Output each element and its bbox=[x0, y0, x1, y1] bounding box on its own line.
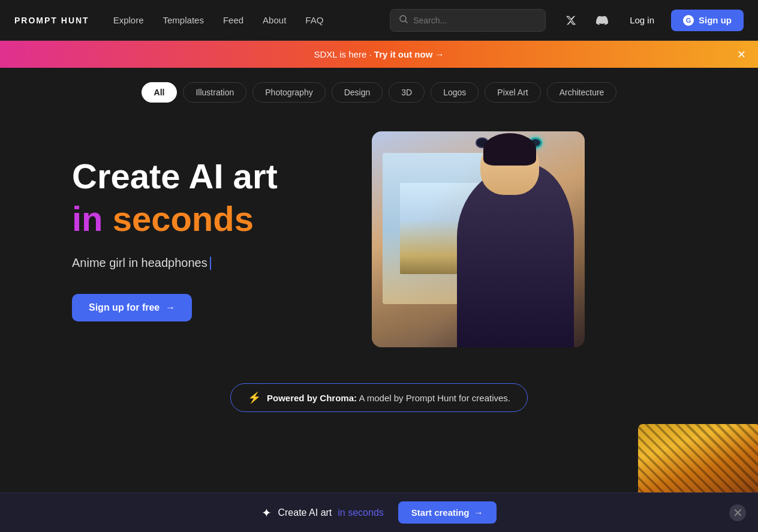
signup-free-button[interactable]: Sign up for free → bbox=[72, 294, 192, 321]
search-icon bbox=[399, 14, 408, 26]
bottom-preview-image bbox=[638, 424, 758, 496]
nav-about[interactable]: About bbox=[263, 15, 286, 25]
hero-title-seconds: seconds bbox=[113, 199, 254, 238]
categories: All Illustration Photography Design 3D L… bbox=[0, 68, 758, 107]
category-pixel-art[interactable]: Pixel Art bbox=[485, 82, 540, 103]
sparkle-icon: ✦ bbox=[261, 506, 272, 520]
bolt-icon: ⚡ bbox=[248, 391, 261, 404]
banner-close-button[interactable]: ✕ bbox=[737, 49, 746, 60]
google-icon: G bbox=[683, 15, 694, 26]
announcement-banner: SDXL is here · Try it out now → ✕ bbox=[0, 41, 758, 68]
powered-by-text: Powered by Chroma: A model by Prompt Hun… bbox=[267, 393, 510, 403]
discord-button[interactable] bbox=[591, 10, 613, 31]
powered-by-badge[interactable]: ⚡ Powered by Chroma: A model by Prompt H… bbox=[230, 383, 528, 412]
nav-explore[interactable]: Explore bbox=[113, 15, 144, 25]
login-button[interactable]: Log in bbox=[622, 10, 661, 30]
category-illustration[interactable]: Illustration bbox=[183, 82, 246, 103]
hero-title-line1: Create AI art bbox=[72, 157, 336, 196]
figure-body bbox=[457, 164, 574, 347]
category-architecture[interactable]: Architecture bbox=[547, 82, 617, 103]
banner-cta[interactable]: Try it out now → bbox=[374, 49, 444, 59]
nav-right: Log in G Sign up bbox=[560, 10, 744, 31]
signup-button[interactable]: G Sign up bbox=[671, 10, 744, 31]
hero-subtitle: Anime girl in headphones bbox=[72, 256, 336, 270]
logo[interactable]: PROMPT HUNT bbox=[14, 16, 89, 25]
start-creating-button[interactable]: Start creating → bbox=[398, 501, 497, 524]
nav-links: Explore Templates Feed About FAQ bbox=[113, 15, 375, 26]
hero-title-in: in bbox=[72, 199, 103, 238]
hero-section: Create AI art in seconds Anime girl in h… bbox=[0, 107, 758, 371]
hero-image bbox=[372, 131, 585, 347]
hero-image-placeholder bbox=[372, 131, 585, 347]
bottom-banner: ✦ Create AI art in seconds Start creatin… bbox=[0, 492, 758, 532]
banner-text: SDXL is here bbox=[314, 49, 366, 59]
search-bar[interactable] bbox=[390, 9, 546, 32]
hero-text: Create AI art in seconds Anime girl in h… bbox=[72, 157, 336, 321]
hero-title-line2: in seconds bbox=[72, 198, 336, 240]
category-design[interactable]: Design bbox=[332, 82, 383, 103]
category-photography[interactable]: Photography bbox=[252, 82, 325, 103]
twitter-button[interactable] bbox=[560, 10, 582, 31]
category-logos[interactable]: Logos bbox=[431, 82, 479, 103]
svg-line-1 bbox=[405, 20, 408, 23]
nav-templates[interactable]: Templates bbox=[163, 15, 204, 25]
figure-hair bbox=[483, 133, 536, 166]
bottom-banner-text: ✦ Create AI art in seconds bbox=[261, 506, 383, 520]
nav-faq[interactable]: FAQ bbox=[305, 15, 323, 25]
bottom-banner-in-seconds: in seconds bbox=[338, 507, 384, 518]
category-3d[interactable]: 3D bbox=[389, 82, 425, 103]
banner-separator: · bbox=[369, 49, 374, 59]
category-all[interactable]: All bbox=[142, 82, 178, 103]
cursor-blink bbox=[210, 257, 211, 270]
navbar: PROMPT HUNT Explore Templates Feed About… bbox=[0, 0, 758, 41]
nav-feed[interactable]: Feed bbox=[223, 15, 243, 25]
tiger-image bbox=[638, 424, 758, 496]
search-input[interactable] bbox=[413, 16, 537, 25]
powered-by-section: ⚡ Powered by Chroma: A model by Prompt H… bbox=[0, 371, 758, 430]
figure-head bbox=[480, 136, 539, 195]
bottom-banner-close-button[interactable]: ✕ bbox=[729, 504, 746, 521]
